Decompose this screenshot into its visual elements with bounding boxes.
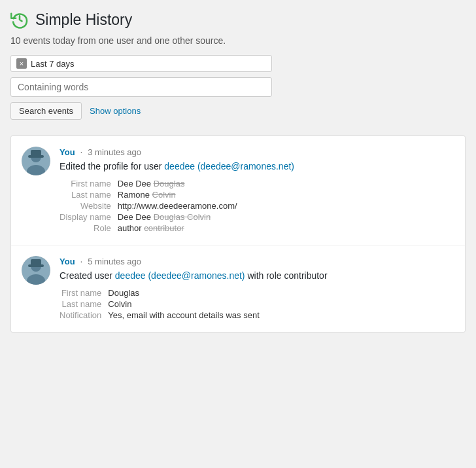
event-item: You · 3 minutes ago Edited the profile f…: [11, 136, 465, 245]
event-meta: You · 5 minutes ago: [60, 256, 454, 266]
detail-row-displayname: Display name Dee Dee Douglas Colvin: [60, 212, 237, 223]
detail-value: Colvin: [108, 299, 259, 310]
dot-separator: ·: [80, 256, 82, 266]
events-list: You · 3 minutes ago Edited the profile f…: [10, 135, 466, 333]
date-filter-label: Last 7 days: [31, 59, 75, 69]
detail-value: http://www.deedeeramone.com/: [118, 201, 237, 212]
event-user-link[interactable]: deedee (deedee@ramones.net): [115, 270, 245, 281]
event-desc-prefix: Edited the profile for user: [60, 161, 164, 171]
event-user-link[interactable]: deedee (deedee@ramones.net): [164, 161, 294, 171]
detail-row-website: Website http://www.deedeeramone.com/: [60, 201, 237, 212]
event-time: 5 minutes ago: [88, 257, 141, 266]
detail-row-notification: Notification Yes, email with account det…: [60, 310, 260, 321]
event-user-label: You: [60, 147, 75, 157]
event-user-label: You: [60, 257, 75, 266]
detail-label: First name: [60, 179, 118, 190]
detail-old-value: contributor: [144, 223, 184, 233]
date-filter-tag: × Last 7 days: [10, 55, 272, 72]
detail-value: Yes, email with account details was sent: [108, 310, 259, 321]
dot-separator: ·: [80, 147, 82, 157]
detail-row-firstname: First name Douglas: [60, 288, 260, 299]
detail-label: Website: [60, 201, 118, 212]
detail-row-role: Role author contributor: [60, 223, 237, 234]
detail-value: Douglas: [108, 288, 259, 299]
event-time: 3 minutes ago: [88, 147, 141, 157]
detail-old-value: Douglas Colvin: [154, 212, 211, 222]
detail-label: Display name: [60, 212, 118, 223]
event-meta: You · 3 minutes ago: [60, 147, 454, 157]
detail-label: Last name: [60, 299, 108, 310]
detail-row-lastname: Last name Ramone Colvin: [60, 190, 237, 201]
detail-label: Role: [60, 223, 118, 234]
page-wrapper: Simple History 10 events today from one …: [0, 0, 476, 343]
page-title: Simple History: [35, 11, 132, 29]
event-content: You · 3 minutes ago Edited the profile f…: [60, 147, 454, 234]
search-events-button[interactable]: Search events: [10, 102, 82, 120]
detail-old-value: Douglas: [154, 179, 185, 189]
detail-value: Ramone Colvin: [118, 190, 237, 201]
detail-value: author contributor: [118, 223, 237, 234]
detail-value: Dee Dee Douglas Colvin: [118, 212, 237, 223]
event-item: You · 5 minutes ago Created user deedee …: [11, 245, 465, 332]
show-options-link[interactable]: Show options: [90, 106, 141, 116]
summary-text: 10 events today from one user and one ot…: [10, 35, 466, 46]
event-details: First name Dee Dee Douglas Last name Ram…: [60, 179, 237, 234]
filter-section: × Last 7 days Search events Show options: [10, 55, 466, 128]
svg-rect-9: [31, 259, 41, 266]
containing-words-input[interactable]: [10, 77, 272, 97]
event-details: First name Douglas Last name Colvin: [60, 288, 260, 321]
detail-row-firstname: First name Dee Dee Douglas: [60, 179, 237, 190]
detail-value: Dee Dee Douglas: [118, 179, 237, 190]
detail-old-value: Colvin: [152, 190, 176, 200]
detail-label: First name: [60, 288, 108, 299]
event-desc-suffix: with role contributor: [245, 270, 328, 281]
avatar: [22, 147, 50, 175]
detail-row-lastname: Last name Colvin: [60, 299, 260, 310]
event-description: Created user deedee (deedee@ramones.net)…: [60, 269, 454, 283]
event-desc-prefix: Created user: [60, 270, 115, 281]
avatar: [22, 256, 50, 285]
page-header: Simple History: [10, 10, 466, 29]
filter-actions-row: Search events Show options: [10, 102, 466, 120]
date-filter-remove-button[interactable]: ×: [16, 58, 27, 69]
history-icon: [10, 10, 29, 29]
svg-rect-4: [31, 150, 41, 156]
detail-label: Last name: [60, 190, 118, 201]
detail-label: Notification: [60, 310, 108, 321]
event-description: Edited the profile for user deedee (deed…: [60, 160, 454, 173]
event-content: You · 5 minutes ago Created user deedee …: [60, 256, 454, 321]
